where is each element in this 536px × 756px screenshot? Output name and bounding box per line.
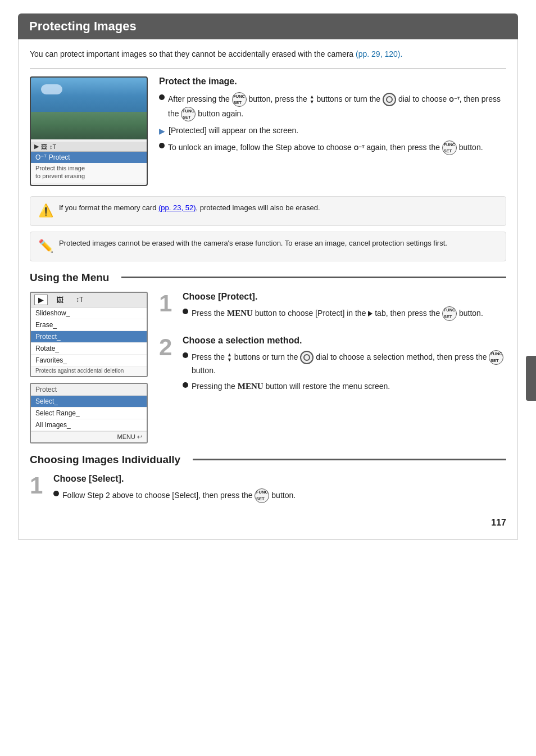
- camera-screen-menu: ▶ 🖼 ↕T O⁻ᵀ Protect Protect this image to…: [31, 139, 147, 185]
- page-number: 117: [30, 518, 506, 528]
- step2-bullet-circle-2: [183, 382, 188, 388]
- func-btn-step2a: FUNCSET: [489, 350, 503, 365]
- choosing-step1-bullets: Follow Step 2 above to choose [Select], …: [53, 488, 296, 503]
- submenu-menu-btn: MENU ↩: [117, 433, 142, 441]
- menu-icon-play: ▶: [34, 143, 39, 150]
- choosing-individually-header: Choosing Images Individually: [30, 454, 506, 466]
- section-divider: [30, 68, 506, 69]
- bullet-text-3: To unlock an image, follow the Step abov…: [168, 141, 483, 155]
- protect-desc-line2: to prevent erasing: [35, 173, 85, 179]
- warning-text: If you format the memory card (pp. 23, 5…: [59, 202, 320, 214]
- bullet-arrow-1: ▶: [159, 125, 165, 137]
- step1-detail: Choose [Protect]. Press the MENU button …: [183, 292, 483, 324]
- func-btn-1: FUNCSET: [232, 92, 247, 107]
- steps-content: 1 Choose [Protect]. Press the MENU butto…: [159, 292, 506, 443]
- choosing-step1-number: 1: [30, 474, 47, 506]
- step1-bullet-circle: [183, 309, 188, 314]
- menu-tabs: ▶ 🖼 ↕T: [31, 293, 147, 307]
- warning-icon: ⚠️: [38, 201, 53, 220]
- choosing-step1-detail: Choose [Select]. Follow Step 2 above to …: [53, 474, 296, 506]
- func-btn-2: FUNCSET: [181, 107, 196, 121]
- step2-heading: Choose a selection method.: [183, 336, 506, 346]
- choosing-step1-bullet-1: Follow Step 2 above to choose [Select], …: [53, 488, 296, 503]
- step1-bullets: Press the MENU button to choose [Protect…: [183, 306, 483, 321]
- step2-bullet-circle-1: [183, 352, 188, 358]
- protect-desc-line1: Protect this image: [35, 165, 85, 171]
- intro-link[interactable]: (pp. 29, 120).: [356, 49, 402, 58]
- bullet-item-3: To unlock an image, follow the Step abov…: [159, 141, 506, 155]
- step2-bullet-text-1: Press the ▲▼ buttons or turn the dial to…: [192, 350, 506, 377]
- choosing-step1-heading: Choose [Select].: [53, 474, 296, 484]
- warning-link[interactable]: (pp. 23, 52): [158, 203, 196, 212]
- func-btn-step1: FUNCSET: [442, 306, 457, 321]
- step2-bullets: Press the ▲▼ buttons or turn the dial to…: [183, 350, 506, 393]
- using-menu-step1: 1 Choose [Protect]. Press the MENU butto…: [159, 292, 506, 324]
- bullet-circle-3: [159, 143, 165, 148]
- updown-arrows-2: ▲▼: [227, 352, 232, 363]
- protect-instructions: Protect the image. After pressing the FU…: [159, 76, 506, 186]
- choosing-bullet-text-1: Follow Step 2 above to choose [Select], …: [62, 488, 296, 503]
- intro-text: You can protect important images so that…: [30, 49, 356, 58]
- protect-bullet-list: After pressing the FUNCSET button, press…: [159, 92, 506, 155]
- step2-detail: Choose a selection method. Press the ▲▼ …: [183, 336, 506, 396]
- step2-number: 2: [159, 336, 176, 396]
- step2-bullet-2: Pressing the MENU button will restore th…: [183, 380, 506, 393]
- info-icon: ✏️: [38, 237, 53, 255]
- step2-bullet-text-2: Pressing the MENU button will restore th…: [192, 380, 390, 393]
- using-menu-title: Using the Menu: [30, 271, 116, 284]
- dial-symbol-1: [383, 93, 396, 106]
- step1-bullet-1: Press the MENU button to choose [Protect…: [183, 306, 483, 321]
- info-note: ✏️ Protected images cannot be erased wit…: [30, 232, 506, 261]
- submenu-all-images: All Images_: [31, 419, 147, 431]
- main-menu-screen: ▶ 🖼 ↕T Slideshow_ Erase_ Protect_ Rotate…: [30, 292, 148, 377]
- cloud-decoration: [41, 84, 62, 94]
- choosing-header-line: [193, 459, 506, 460]
- func-btn-3: FUNCSET: [442, 141, 457, 155]
- camera-menu-icons-row: ▶ 🖼 ↕T: [31, 142, 147, 152]
- menu-item-erase: Erase_: [31, 319, 147, 331]
- submenu-select-range: Select Range_: [31, 408, 147, 419]
- using-menu-section: ▶ 🖼 ↕T Slideshow_ Erase_ Protect_ Rotate…: [30, 292, 506, 443]
- page-title: Protecting Images: [29, 19, 507, 34]
- func-btn-choosing: FUNCSET: [255, 488, 269, 503]
- bullet-text-2: [Protected] will appear on the screen.: [169, 125, 298, 137]
- submenu-footer: MENU ↩: [31, 431, 147, 442]
- intro-paragraph: You can protect important images so that…: [30, 48, 506, 60]
- camera-menu-desc: Protect this image to prevent erasing: [31, 163, 147, 183]
- protect-symbol: O⁻ᵀ: [35, 153, 47, 161]
- using-menu-header-line: [121, 277, 506, 278]
- camera-screen-mockup: ▶ 🖼 ↕T O⁻ᵀ Protect Protect this image to…: [30, 76, 148, 186]
- menu-icon-img: 🖼: [41, 143, 47, 150]
- menu-icon-settings: ↕T: [49, 143, 56, 150]
- right-side-tab: [526, 356, 536, 401]
- camera-screen-image: [31, 78, 147, 139]
- bullet-text-1: After pressing the FUNCSET button, press…: [168, 92, 506, 121]
- submenu-select: Select_: [31, 396, 147, 408]
- tab-play: ▶: [34, 295, 48, 305]
- menu-text-2: MENU: [238, 382, 264, 391]
- protect-section: ▶ 🖼 ↕T O⁻ᵀ Protect Protect this image to…: [30, 76, 506, 186]
- dial-symbol-2: [300, 351, 314, 364]
- menu-item-favorites: Favorites_: [31, 355, 147, 366]
- menu-screens: ▶ 🖼 ↕T Slideshow_ Erase_ Protect_ Rotate…: [30, 292, 148, 443]
- updown-arrows: ▲▼: [310, 94, 315, 105]
- tab-img: 🖼: [52, 295, 67, 305]
- menu-item-rotate: Rotate_: [31, 343, 147, 355]
- play-icon: [368, 311, 373, 316]
- tab-settings: ↕T: [72, 295, 87, 305]
- menu-item-slideshow: Slideshow_: [31, 307, 147, 319]
- menu-protect-desc: Protects against accidental deletion: [31, 366, 147, 376]
- page-number-text: 117: [491, 518, 506, 527]
- info-text: Protected images cannot be erased with t…: [59, 238, 447, 249]
- using-menu-header: Using the Menu: [30, 271, 506, 284]
- main-content: You can protect important images so that…: [18, 39, 518, 540]
- protect-heading: Protect the image.: [159, 76, 506, 87]
- choosing-step1: 1 Choose [Select]. Follow Step 2 above t…: [30, 474, 506, 506]
- menu-text-1: MENU: [227, 308, 253, 317]
- om-symbol-1: O⁻ᵀ: [449, 95, 460, 105]
- bullet-circle-1: [159, 94, 165, 100]
- menu-item-protect: Protect_: [31, 331, 147, 343]
- choosing-section: 1 Choose [Select]. Follow Step 2 above t…: [30, 474, 506, 506]
- submenu-header: Protect: [31, 384, 147, 396]
- page-title-bar: Protecting Images: [18, 13, 518, 39]
